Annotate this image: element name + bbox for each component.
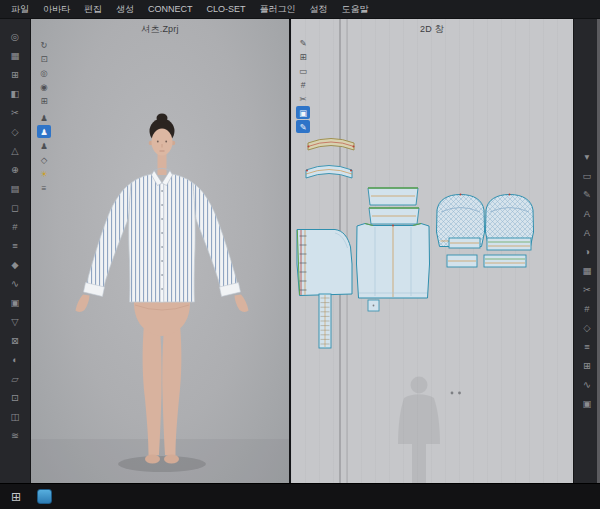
avatar[interactable] [76,114,249,464]
grid-toggle-button[interactable]: ⊞ [37,94,51,107]
pattern-piece-cuff-3[interactable] [447,255,477,267]
gizmo-button[interactable]: ◇ [37,153,51,166]
light-button[interactable]: ☀ [37,167,51,180]
pattern-buttons[interactable] [451,392,461,395]
display-menu-button[interactable]: ≡ [37,181,51,194]
tool-icon[interactable]: ⊡ [7,388,24,407]
avatar-right-hand[interactable] [235,295,249,312]
tool-icon[interactable]: ⊕ [7,160,24,179]
3d-toolbar-view: ↻ ⊡ ◎ ◉ ⊞ [37,38,51,107]
tool-icon[interactable]: ◑ [579,242,596,261]
tool-icon[interactable]: ⊞ [579,356,596,375]
pattern-piece-back-bodice[interactable] [357,224,430,299]
tool-icon[interactable]: ≡ [579,337,596,356]
tool-icon[interactable]: ▣ [579,394,596,413]
pattern-piece-cuff-4[interactable] [484,255,526,267]
avatar-left-foot[interactable] [145,455,160,464]
rect-tool-button[interactable]: ▭ [296,64,310,77]
texture-tool-button[interactable]: # [296,78,310,91]
3d-viewport[interactable]: 셔츠.Zprj ↻ ⊡ ◎ ◉ ⊞ ♟ ♟ ♟ ◇ ☀ ≡ [31,19,289,483]
pattern-piece-yoke-upper[interactable] [368,188,418,205]
2d-toolbar: ✎ ⊞ ▭ # ✂ ▣ ✎ [296,36,310,133]
tool-icon[interactable]: ✂ [7,103,24,122]
pattern-piece-cuff-2[interactable] [487,238,531,250]
taskbar-app-icon[interactable] [37,489,52,504]
tool-icon[interactable]: ◇ [7,122,24,141]
tool-icon[interactable]: ∿ [579,375,596,394]
left-toolstrip: ◎▦⊞◧✂◇△⊕▤◻#≡◆∿▣▽⊠◐▱⊡◫≋ [0,19,31,483]
tool-icon[interactable]: # [7,217,24,236]
clo3d-window: 파일아바타편집생성CONNECTCLO-SET플러그인설정도움말 ◎▦⊞◧✂◇△… [0,0,600,509]
tool-icon[interactable]: ◆ [7,255,24,274]
menu-item[interactable]: 파일 [4,0,36,18]
menu-item[interactable]: 생성 [109,0,141,18]
pattern-mode-button[interactable]: ▣ [296,106,310,119]
menu-item[interactable]: 도움말 [335,0,376,18]
tool-icon[interactable]: ◇ [579,318,596,337]
pattern-piece-small[interactable] [368,300,379,311]
show-avatar-button[interactable]: ♟ [37,125,51,138]
avatar-left-hand[interactable] [76,295,90,312]
tool-icon[interactable]: ▣ [7,293,24,312]
pattern-piece-yoke-lower[interactable] [369,208,419,224]
menu-item[interactable]: 아바타 [36,0,77,18]
avatar-mode-button[interactable]: ♟ [37,139,51,152]
tool-icon[interactable]: ◫ [7,407,24,426]
grid-tool-button[interactable]: ⊞ [296,50,310,63]
pattern-piece-cuff-1[interactable] [449,238,480,248]
tool-icon[interactable]: ▦ [579,261,596,280]
2d-pattern-canvas[interactable] [291,19,573,483]
tool-icon[interactable]: ≡ [7,236,24,255]
pattern-piece-collar[interactable] [306,166,352,179]
pattern-piece-front-bodice[interactable] [297,230,352,296]
tool-icon[interactable]: ◧ [7,84,24,103]
tool-icon[interactable]: A [579,204,596,223]
start-button[interactable]: ⊞ [5,490,27,504]
edit-pattern-button[interactable]: ✎ [296,120,310,133]
scissors-tool-button[interactable]: ✂ [296,92,310,105]
menu-item[interactable]: 설정 [303,0,335,18]
show-garment-button[interactable]: ♟ [37,111,51,124]
avatar-hips[interactable] [134,300,190,336]
avatar-left-leg[interactable] [143,324,162,455]
avatar-hair-bun [157,114,168,123]
tool-icon[interactable]: A [579,223,596,242]
tool-icon[interactable]: ▦ [7,46,24,65]
reset-view-button[interactable]: ↻ [37,38,51,51]
garment-shirt[interactable] [84,169,241,303]
tool-icon[interactable]: ◻ [7,198,24,217]
tool-icon[interactable]: ◎ [7,27,24,46]
workspace: 셔츠.Zprj ↻ ⊡ ◎ ◉ ⊞ ♟ ♟ ♟ ◇ ☀ ≡ [31,19,573,483]
tool-icon[interactable]: ≋ [7,426,24,445]
2d-pattern-window[interactable]: 2D 창 ✎ ⊞ ▭ # ✂ ▣ ✎ [291,19,573,483]
tool-icon[interactable]: ▭ [579,166,596,185]
tool-icon[interactable]: # [579,299,596,318]
menubar: 파일아바타편집생성CONNECTCLO-SET플러그인설정도움말 [0,0,600,19]
tool-icon[interactable]: ◐ [7,350,24,369]
pattern-piece-front-placket[interactable] [319,294,331,348]
pen-tool-button[interactable]: ✎ [296,36,310,49]
2d-panel-title: 2D 창 [291,23,573,36]
tool-icon[interactable]: ▾ [579,147,596,166]
tool-icon[interactable]: ✎ [579,185,596,204]
menu-item[interactable]: CONNECT [141,0,200,18]
tool-icon[interactable]: ∿ [7,274,24,293]
avatar-right-foot[interactable] [164,455,179,464]
avatar-face [152,129,173,156]
3d-scene[interactable] [31,19,289,483]
tool-icon[interactable]: ✂ [579,280,596,299]
menu-item[interactable]: 플러그인 [253,0,303,18]
tool-icon[interactable]: ▤ [7,179,24,198]
camera-button[interactable]: ◉ [37,80,51,93]
tool-icon[interactable]: ⊞ [7,65,24,84]
menu-item[interactable]: 편집 [77,0,109,18]
tool-icon[interactable]: △ [7,141,24,160]
menu-item[interactable]: CLO-SET [200,0,253,18]
focus-button[interactable]: ◎ [37,66,51,79]
tool-icon[interactable]: ⊠ [7,331,24,350]
tool-icon[interactable]: ▱ [7,369,24,388]
render-style-button[interactable]: ⊡ [37,52,51,65]
3d-panel-title: 셔츠.Zprj [31,23,289,36]
tool-icon[interactable]: ▽ [7,312,24,331]
avatar-right-leg[interactable] [162,324,181,455]
